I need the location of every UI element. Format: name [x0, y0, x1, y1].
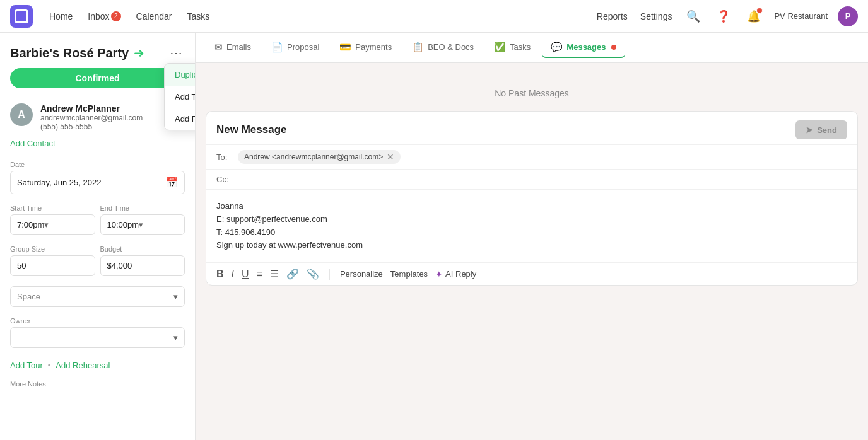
compose-title: New Message	[216, 124, 795, 136]
body-line-1: Joanna	[216, 200, 847, 213]
sidebar: Barbie's Rosé Party ➜ ⋯ Duplicate Event …	[0, 33, 196, 440]
add-contact-button[interactable]: Add Contact	[0, 136, 195, 156]
nav-links: Home Inbox2 Calendar Tasks	[48, 9, 211, 24]
link-icon[interactable]: 🔗	[286, 268, 299, 280]
group-size-col: Group Size 50	[10, 245, 95, 276]
add-rehearsal-menu-item[interactable]: Add Rehearsal	[165, 108, 196, 130]
tab-tasks[interactable]: ✅ Tasks	[485, 38, 539, 58]
tab-proposal[interactable]: 📄 Proposal	[262, 38, 328, 58]
help-button[interactable]: ❓	[713, 6, 734, 26]
context-menu: Duplicate Event Add Tour Add Rehearsal	[164, 63, 196, 130]
body-line-4: Sign up today at www.perfectvenue.com	[216, 239, 847, 252]
space-chevron-down-icon: ▾	[173, 292, 178, 301]
event-title: Barbie's Rosé Party	[10, 46, 129, 61]
end-time-label: End Time	[100, 204, 185, 212]
inbox-badge: 2	[111, 11, 121, 21]
send-button[interactable]: ➤ Send	[795, 120, 847, 139]
nav-calendar[interactable]: Calendar	[135, 9, 173, 24]
nav-tasks[interactable]: Tasks	[185, 9, 211, 24]
body-line-2: E: support@perfectvenue.com	[216, 213, 847, 226]
main-area: ✉ Emails 📄 Proposal 💳 Payments 📋 BEO & D…	[196, 33, 868, 440]
to-label: To:	[216, 153, 232, 162]
search-button[interactable]: 🔍	[683, 6, 703, 26]
start-time-col: Start Time 7:00pm ▾	[10, 204, 95, 235]
contact-avatar: A	[10, 103, 33, 126]
compose-box: New Message ➤ Send To: Andrew <andrewmcp…	[206, 111, 858, 286]
time-field-row: Start Time 7:00pm ▾ End Time 10:00pm ▾	[0, 199, 195, 240]
size-budget-row: Group Size 50 Budget $4,000	[0, 240, 195, 281]
group-size-input[interactable]: 50	[10, 255, 95, 276]
bold-icon[interactable]: B	[216, 269, 224, 280]
date-input[interactable]: Saturday, Jun 25, 2022 📅	[10, 171, 185, 194]
top-nav: Home Inbox2 Calendar Tasks Reports Setti…	[0, 0, 868, 33]
compose-header: New Message ➤ Send	[206, 112, 857, 144]
ai-icon: ✦	[435, 269, 443, 279]
space-dropdown[interactable]: Space ▾	[10, 286, 185, 307]
nav-inbox[interactable]: Inbox2	[86, 9, 122, 24]
date-field-group: Date Saturday, Jun 25, 2022 📅	[0, 156, 195, 199]
start-time-input[interactable]: 7:00pm ▾	[10, 214, 95, 235]
more-options-button[interactable]: ⋯	[167, 43, 185, 63]
unordered-list-icon[interactable]: ☰	[270, 268, 279, 280]
tab-beo-docs[interactable]: 📋 BEO & Docs	[403, 38, 483, 58]
arrow-icon: ➜	[134, 45, 144, 61]
underline-icon[interactable]: U	[242, 269, 249, 280]
personalize-button[interactable]: Personalize	[340, 269, 383, 279]
tab-emails[interactable]: ✉ Emails	[206, 38, 260, 58]
budget-col: Budget $4,000	[100, 245, 185, 276]
add-rehearsal-button[interactable]: Add Rehearsal	[56, 361, 110, 370]
tab-payments[interactable]: 💳 Payments	[331, 38, 401, 58]
ordered-list-icon[interactable]: ≡	[257, 269, 262, 280]
add-tour-button[interactable]: Add Tour	[10, 361, 43, 370]
app-logo	[10, 5, 33, 28]
start-time-label: Start Time	[10, 204, 95, 212]
confirmed-button[interactable]: Confirmed	[10, 68, 185, 88]
end-time-chevron-down-icon: ▾	[139, 220, 143, 229]
send-icon: ➤	[806, 125, 813, 135]
tab-messages[interactable]: 💬 Messages	[542, 38, 625, 58]
budget-label: Budget	[100, 245, 185, 253]
layout: Barbie's Rosé Party ➜ ⋯ Duplicate Event …	[0, 33, 868, 440]
contact-email: andrewmcplanner@gmail.com	[40, 113, 143, 122]
tasks-icon: ✅	[494, 42, 506, 53]
contact-name: Andrew McPlanner	[40, 103, 143, 113]
compose-to-row: To: Andrew <andrewmcplanner@gmail.com> ✕	[206, 144, 857, 169]
owner-dropdown[interactable]: ▾	[10, 327, 185, 348]
messages-content: No Past Messages New Message ➤ Send To: …	[196, 63, 868, 440]
nav-home[interactable]: Home	[48, 9, 74, 24]
owner-chevron-down-icon: ▾	[173, 333, 178, 342]
tab-bar: ✉ Emails 📄 Proposal 💳 Payments 📋 BEO & D…	[196, 33, 868, 63]
group-size-label: Group Size	[10, 245, 95, 253]
space-field-group: Space ▾	[0, 281, 195, 312]
end-time-input[interactable]: 10:00pm ▾	[100, 214, 185, 235]
nav-right: Reports Settings 🔍 ❓ 🔔 PV Restaurant P	[595, 6, 858, 26]
more-notes-label: More Notes	[0, 373, 195, 390]
compose-body[interactable]: Joanna E: support@perfectvenue.com T: 41…	[206, 189, 857, 262]
compose-cc-row: Cc:	[206, 169, 857, 189]
cc-label: Cc:	[216, 175, 232, 184]
attachment-icon[interactable]: 📎	[307, 268, 319, 280]
notifications-button[interactable]: 🔔	[744, 6, 764, 26]
beo-icon: 📋	[412, 42, 424, 53]
add-tour-menu-item[interactable]: Add Tour	[165, 86, 196, 108]
templates-button[interactable]: Templates	[390, 269, 428, 279]
date-label: Date	[10, 161, 185, 168]
nav-reports[interactable]: Reports	[595, 9, 629, 24]
search-icon: 🔍	[686, 9, 700, 23]
duplicate-event-menu-item[interactable]: Duplicate Event	[165, 64, 196, 86]
messages-notification-dot	[611, 45, 616, 50]
user-avatar[interactable]: P	[838, 6, 858, 26]
body-line-3: T: 415.906.4190	[216, 226, 847, 240]
recipient-email: Andrew <andrewmcplanner@gmail.com>	[244, 153, 383, 161]
end-time-col: End Time 10:00pm ▾	[100, 204, 185, 235]
budget-input[interactable]: $4,000	[100, 255, 185, 276]
nav-settings[interactable]: Settings	[639, 9, 674, 24]
remove-recipient-icon[interactable]: ✕	[387, 152, 394, 162]
italic-icon[interactable]: I	[232, 269, 234, 280]
ai-reply-button[interactable]: ✦ AI Reply	[435, 269, 476, 279]
payments-icon: 💳	[339, 42, 351, 53]
no-past-messages-label: No Past Messages	[206, 73, 858, 103]
contact-info: Andrew McPlanner andrewmcplanner@gmail.c…	[40, 103, 143, 131]
email-icon: ✉	[214, 42, 223, 53]
restaurant-name[interactable]: PV Restaurant	[774, 11, 828, 21]
